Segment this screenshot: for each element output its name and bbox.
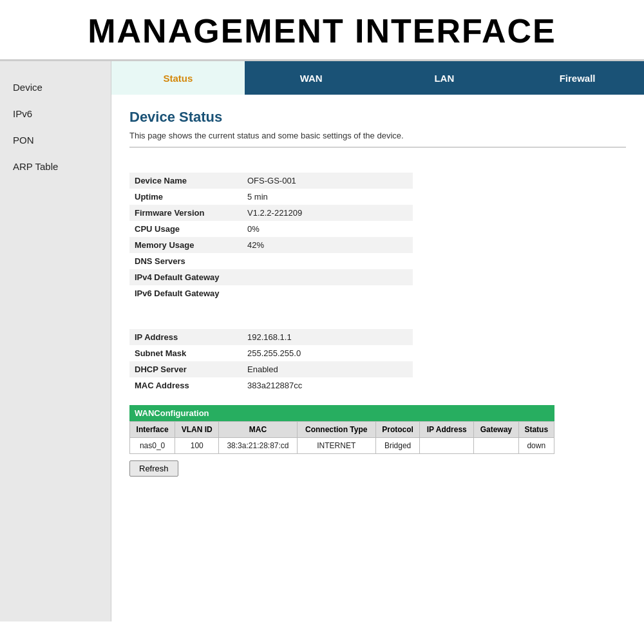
content-area: Status WAN LAN Firewall Device Status Th… [111,61,644,621]
sidebar-item-arp-table[interactable]: ARP Table [0,153,111,180]
system-memory-label: Memory Usage [129,237,242,253]
tab-status[interactable]: Status [111,61,245,95]
wan-table-header-row: Interface VLAN ID MAC Connection Type Pr… [130,422,554,438]
sidebar-item-device[interactable]: Device [0,74,111,100]
table-row: CPU Usage 0% [129,221,413,237]
system-memory-value: 42% [242,237,413,253]
system-header: System [129,156,413,173]
table-row: Uptime 5 min [129,189,413,205]
system-uptime-value: 5 min [242,189,413,205]
system-ipv6gw-label: IPv6 Default Gateway [129,285,242,301]
lan-dhcp-value: Enabled [242,361,413,377]
system-table: System Device Name OFS-GS-001 Uptime 5 m… [129,156,413,301]
wan-row-vlan: 100 [175,438,219,454]
table-row: Subnet Mask 255.255.255.0 [129,345,413,361]
wan-section: WANConfiguration Interface VLAN ID MAC C… [129,405,626,477]
tab-lan[interactable]: LAN [378,61,511,95]
lan-mac-value: 383a212887cc [242,377,413,393]
system-firmware-value: V1.2.2-221209 [242,205,413,221]
wan-row-conntype: INTERNET [297,438,375,454]
lan-header: LANConfiguration [129,313,413,329]
system-cpu-label: CPU Usage [129,221,242,237]
page-title: Device Status [129,109,626,126]
wan-col-mac: MAC [219,422,298,438]
lan-dhcp-label: DHCP Server [129,361,242,377]
wan-row-ipaddress [420,438,474,454]
tab-wan[interactable]: WAN [245,61,378,95]
wan-col-vlan: VLAN ID [175,422,219,438]
lan-subnet-value: 255.255.255.0 [242,345,413,361]
system-device-name-value: OFS-GS-001 [242,173,413,189]
system-ipv4gw-label: IPv4 Default Gateway [129,269,242,285]
system-dns-label: DNS Servers [129,253,242,269]
banner-title: MANAGEMENT INTERFACE [0,12,644,50]
wan-row-mac: 38:3a:21:28:87:cd [219,438,298,454]
wan-col-interface: Interface [130,422,175,438]
nav-bar: Status WAN LAN Firewall [111,61,644,95]
table-row: Memory Usage 42% [129,237,413,253]
lan-ip-value: 192.168.1.1 [242,329,413,345]
wan-config-header: WANConfiguration [129,405,554,421]
wan-col-conntype: Connection Type [297,422,375,438]
system-firmware-label: Firmware Version [129,205,242,221]
table-row: Firmware Version V1.2.2-221209 [129,205,413,221]
wan-col-status: Status [518,422,554,438]
wan-col-protocol: Protocol [375,422,420,438]
system-device-name-label: Device Name [129,173,242,189]
page-description: This page shows the current status and s… [129,131,626,147]
table-row: IPv6 Default Gateway [129,285,413,301]
wan-row-interface: nas0_0 [130,438,175,454]
wan-table-row: nas0_0 100 38:3a:21:28:87:cd INTERNET Br… [130,438,554,454]
system-dns-value [242,253,413,269]
table-row: DHCP Server Enabled [129,361,413,377]
lan-table: LANConfiguration IP Address 192.168.1.1 … [129,313,413,393]
system-uptime-label: Uptime [129,189,242,205]
banner: MANAGEMENT INTERFACE [0,0,644,61]
refresh-button[interactable]: Refresh [129,460,178,477]
wan-col-gateway: Gateway [474,422,518,438]
table-row: Device Name OFS-GS-001 [129,173,413,189]
lan-ip-label: IP Address [129,329,242,345]
table-row: IP Address 192.168.1.1 [129,329,413,345]
lan-mac-label: MAC Address [129,377,242,393]
main-layout: Device IPv6 PON ARP Table Status WAN LAN… [0,61,644,621]
system-ipv4gw-value [242,269,413,285]
system-cpu-value: 0% [242,221,413,237]
wan-row-status: down [518,438,554,454]
table-row: DNS Servers [129,253,413,269]
sidebar-item-pon[interactable]: PON [0,127,111,153]
wan-row-protocol: Bridged [375,438,420,454]
wan-col-ipaddress: IP Address [420,422,474,438]
wan-row-gateway [474,438,518,454]
lan-subnet-label: Subnet Mask [129,345,242,361]
system-ipv6gw-value [242,285,413,301]
sidebar-item-ipv6[interactable]: IPv6 [0,100,111,127]
table-row: IPv4 Default Gateway [129,269,413,285]
tab-firewall[interactable]: Firewall [511,61,644,95]
table-row: MAC Address 383a212887cc [129,377,413,393]
sidebar: Device IPv6 PON ARP Table [0,61,111,621]
wan-table: Interface VLAN ID MAC Connection Type Pr… [129,421,554,454]
page-content: Device Status This page shows the curren… [111,95,644,621]
